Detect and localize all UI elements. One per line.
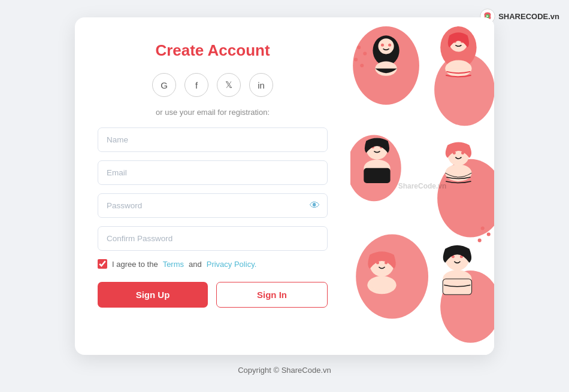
button-row: Sign Up Sign In bbox=[98, 282, 328, 308]
signup-button[interactable]: Sign Up bbox=[98, 282, 208, 308]
svg-point-38 bbox=[363, 51, 367, 55]
svg-rect-23 bbox=[364, 168, 390, 183]
password-toggle-icon[interactable]: 👁 bbox=[310, 200, 320, 212]
facebook-social-button[interactable]: f bbox=[184, 73, 208, 97]
svg-point-10 bbox=[378, 38, 394, 54]
svg-point-11 bbox=[381, 44, 384, 47]
email-input[interactable] bbox=[98, 160, 328, 185]
svg-point-43 bbox=[478, 239, 482, 242]
name-input[interactable] bbox=[98, 127, 328, 152]
logo-text: SHARECODE.vn bbox=[498, 12, 559, 21]
name-input-group bbox=[98, 127, 328, 152]
password-input-group: 👁 bbox=[98, 193, 328, 218]
linkedin-social-button[interactable]: in bbox=[249, 73, 273, 97]
privacy-link[interactable]: Privacy Policy. bbox=[207, 260, 257, 269]
form-side: Create Account G f 𝕏 in or use your emai… bbox=[75, 17, 350, 355]
google-social-button[interactable]: G bbox=[152, 73, 176, 97]
svg-point-7 bbox=[356, 235, 428, 319]
social-icons-row: G f 𝕏 in bbox=[152, 73, 273, 97]
signin-button[interactable]: Sign In bbox=[216, 282, 328, 308]
footer: Copyright © ShareCode.vn bbox=[238, 366, 331, 375]
main-card: Create Account G f 𝕏 in or use your emai… bbox=[75, 17, 494, 355]
form-title: Create Account bbox=[155, 41, 270, 60]
svg-point-12 bbox=[388, 44, 391, 47]
agree-checkbox[interactable] bbox=[98, 259, 107, 269]
confirm-password-input[interactable] bbox=[98, 226, 328, 251]
illustration-side: ShareCode.vn bbox=[350, 17, 494, 355]
confirm-password-input-group bbox=[98, 226, 328, 251]
agree-row: I agree to the Terms and Privacy Policy. bbox=[98, 259, 328, 269]
password-input[interactable] bbox=[98, 193, 328, 218]
svg-point-37 bbox=[357, 45, 361, 49]
or-text: or use your email for registration: bbox=[156, 108, 270, 117]
agree-text: I agree to the bbox=[112, 260, 158, 269]
twitter-social-button[interactable]: 𝕏 bbox=[217, 73, 241, 97]
email-input-group bbox=[98, 160, 328, 185]
svg-point-40 bbox=[360, 64, 364, 68]
svg-point-42 bbox=[487, 233, 491, 236]
svg-point-41 bbox=[481, 226, 485, 230]
and-text: and bbox=[189, 260, 202, 269]
svg-point-39 bbox=[354, 57, 358, 61]
terms-link[interactable]: Terms bbox=[163, 260, 184, 269]
